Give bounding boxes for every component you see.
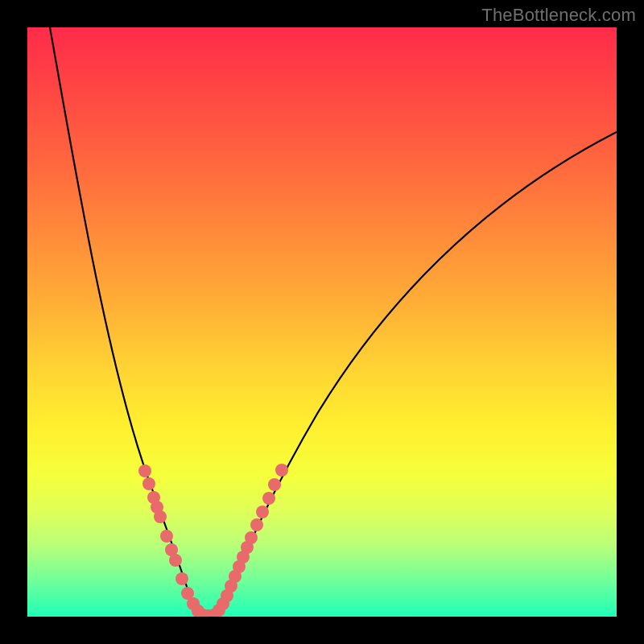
- data-point: [250, 518, 263, 531]
- watermark-text: TheBottleneck.com: [481, 5, 636, 26]
- data-point: [142, 477, 155, 490]
- chart-svg: [27, 27, 617, 617]
- left-curve-line: [50, 27, 206, 617]
- data-point: [275, 464, 288, 477]
- data-points-group: [138, 464, 288, 617]
- data-point: [245, 531, 258, 544]
- right-curve-line: [206, 132, 617, 617]
- data-point: [169, 554, 182, 567]
- data-point: [160, 530, 173, 543]
- data-point: [154, 510, 167, 523]
- data-point: [268, 478, 281, 491]
- data-point: [256, 506, 269, 518]
- data-point: [175, 572, 188, 585]
- chart-plot-area: [27, 27, 617, 617]
- data-point: [138, 464, 151, 477]
- data-point: [262, 492, 275, 505]
